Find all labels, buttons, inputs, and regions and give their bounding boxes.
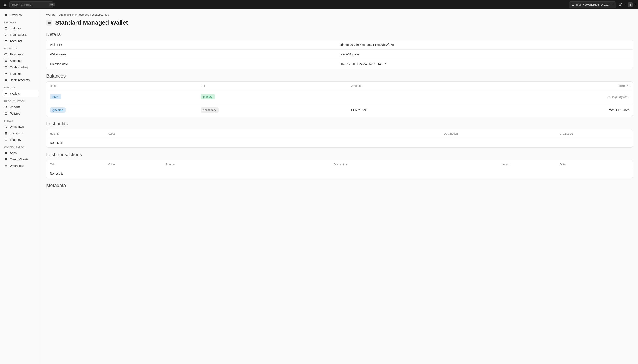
details-card: Wallet ID 3daeee96-9ff0-4ec8-88a4-ceca9b…: [46, 40, 633, 69]
apps-icon: [4, 151, 8, 155]
breadcrumb-root[interactable]: Wallets: [46, 13, 55, 16]
balance-expires-cell: No expiring date: [525, 95, 629, 98]
chevron-down-icon: [633, 4, 636, 6]
search-field[interactable]: ⌘K: [10, 2, 53, 8]
svg-line-38: [5, 139, 6, 139]
col-header-role: Role: [200, 84, 351, 88]
sidebar-item-ledger-accounts[interactable]: Accounts: [2, 38, 39, 44]
balance-role-chip: primary: [200, 94, 215, 100]
col-header-destination: Destination: [334, 163, 502, 166]
wallet-icon: [4, 92, 8, 95]
webhook-icon: [4, 164, 8, 168]
balance-name-cell: giftcards: [50, 107, 200, 113]
svg-rect-7: [5, 28, 5, 29]
balance-name-chip: giftcards: [50, 107, 66, 113]
col-header-ledger: Ledger: [502, 163, 560, 166]
environment-selector[interactable]: main • wkwqordpuhpx-xdzr: [569, 2, 616, 8]
sidebar-item-ledgers[interactable]: Ledgers: [2, 25, 39, 32]
nodes-icon: [4, 66, 8, 69]
sidebar-item-transfers[interactable]: Transfers: [2, 70, 39, 77]
svg-point-50: [50, 22, 50, 23]
flow-icon: [4, 125, 8, 128]
sidebar-item-policies[interactable]: Policies: [2, 110, 39, 117]
menu-toggle-button[interactable]: [2, 2, 8, 7]
sidebar-item-label: Accounts: [10, 40, 22, 43]
sidebar-item-label: Wallets: [10, 92, 20, 95]
sidebar-item-label: Transactions: [10, 33, 27, 36]
detail-label: Creation date: [50, 62, 340, 66]
col-header-expires: Expires at: [525, 84, 629, 88]
svg-rect-45: [6, 153, 7, 154]
topbar: ⌘K main • wkwqordpuhpx-xdzr B: [0, 0, 638, 9]
detail-label: Wallet ID: [50, 43, 340, 46]
svg-line-40: [5, 140, 6, 140]
col-header-amounts: Amounts: [351, 84, 525, 88]
sidebar: Overview LEDGERS Ledgers Transactions Ac…: [0, 9, 41, 364]
detail-wallet-name: Wallet name user:003:wallet: [46, 50, 633, 59]
sidebar-item-cash-pooling[interactable]: Cash Pooling: [2, 64, 39, 70]
sidebar-item-label: Accounts: [10, 59, 22, 62]
menu-collapse-icon: [3, 3, 7, 7]
balance-row[interactable]: giftcards secondary EUR/2 5299 Mon Jul 1…: [46, 104, 633, 116]
sidebar-item-label: Overview: [10, 13, 22, 17]
search-shortcut-label: ⌘K: [49, 3, 55, 6]
sidebar-item-workflows[interactable]: Workflows: [2, 124, 39, 130]
balances-table: Name Role Amounts Expires at main primar…: [46, 82, 633, 117]
sidebar-item-wallets[interactable]: Wallets: [2, 90, 39, 97]
environment-label: main • wkwqordpuhpx-xdzr: [576, 3, 610, 6]
section-heading-metadata: Metadata: [46, 183, 633, 188]
puzzle-icon: [4, 158, 8, 161]
svg-line-39: [6, 140, 7, 140]
grid-icon: [4, 132, 8, 135]
table-header: Name Role Amounts Expires at: [46, 82, 633, 90]
balance-role-cell: secondary: [200, 107, 351, 113]
sidebar-item-triggers[interactable]: Triggers: [2, 136, 39, 143]
sidebar-item-label: Workflows: [10, 125, 24, 128]
sidebar-item-label: Instances: [10, 132, 23, 135]
balance-role-cell: primary: [200, 94, 351, 100]
svg-point-6: [620, 5, 621, 6]
svg-rect-27: [5, 126, 6, 126]
sidebar-item-bank-accounts[interactable]: Bank Accounts: [2, 77, 39, 83]
card-icon: [4, 53, 8, 56]
sidebar-item-label: Cash Pooling: [10, 66, 28, 69]
table-header: Hold ID Asset Destination Created At: [46, 130, 633, 138]
sidebar-item-label: Payments: [10, 53, 23, 56]
sidebar-item-label: Policies: [10, 112, 20, 115]
svg-rect-32: [5, 134, 6, 134]
shield-icon: [4, 112, 8, 115]
account-menu-button[interactable]: B: [628, 2, 636, 7]
sidebar-item-apps[interactable]: Apps: [2, 150, 39, 156]
sidebar-item-instances[interactable]: Instances: [2, 130, 39, 136]
stack-icon: [571, 3, 574, 6]
help-button[interactable]: [618, 3, 626, 7]
svg-rect-8: [6, 28, 6, 29]
svg-line-26: [6, 108, 7, 108]
col-header-source: Source: [166, 163, 334, 166]
detail-label: Wallet name: [50, 53, 340, 56]
tree-icon: [4, 40, 8, 43]
sidebar-item-transactions[interactable]: Transactions: [2, 32, 39, 38]
breadcrumb-separator: ›: [56, 13, 58, 16]
sidebar-item-label: Apps: [10, 151, 17, 155]
svg-point-24: [7, 94, 7, 94]
svg-rect-21: [5, 80, 7, 81]
sidebar-item-reports[interactable]: Reports: [2, 104, 39, 110]
svg-rect-4: [572, 5, 574, 6]
breadcrumb-current: 3daeee96-9ff0-4ec8-88a4-ceca9bc2f37e: [59, 13, 109, 16]
svg-point-16: [6, 60, 6, 61]
sidebar-item-label: Reports: [10, 106, 20, 109]
page-title-row: Standard Managed Wallet: [46, 19, 633, 26]
sidebar-item-payment-accounts[interactable]: Accounts: [2, 58, 39, 64]
table-header: Txid Value Source Destination Ledger Dat…: [46, 160, 633, 169]
col-header-name: Name: [50, 84, 200, 88]
search-input[interactable]: [11, 3, 47, 6]
balance-row[interactable]: main primary No expiring date: [46, 90, 633, 104]
sidebar-item-overview[interactable]: Overview: [2, 12, 39, 18]
svg-rect-28: [6, 126, 7, 126]
sidebar-item-payments[interactable]: Payments: [2, 51, 39, 58]
sidebar-item-webhooks[interactable]: Webhooks: [2, 162, 39, 169]
home-icon: [4, 13, 8, 17]
svg-rect-11: [6, 40, 7, 41]
sidebar-item-oauth-clients[interactable]: OAuth Clients: [2, 156, 39, 162]
